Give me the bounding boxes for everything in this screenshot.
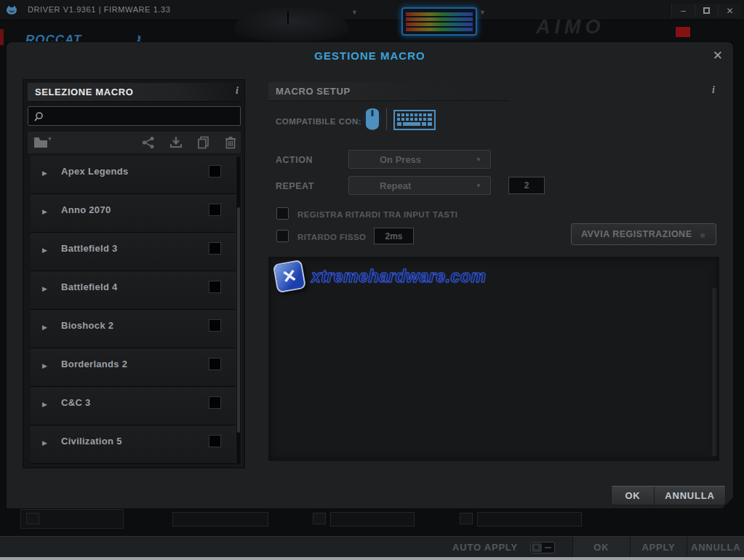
macro-list-item[interactable]: ▶ Anno 2070	[31, 194, 236, 233]
macro-list: ▶ Apex Legends ▶ Anno 2070 ▶ Battlefield…	[31, 156, 236, 465]
mouse-dropdown-icon[interactable]: ▼	[351, 9, 358, 16]
expander-icon[interactable]: ▶	[42, 362, 47, 369]
expander-icon[interactable]: ▶	[42, 439, 47, 447]
macro-item-label: C&C 3	[61, 397, 91, 408]
macro-item-checkbox[interactable]	[209, 242, 221, 255]
macro-item-checkbox[interactable]	[209, 204, 221, 216]
start-recording-button[interactable]: AVVIA REGISTRAZIONE ●	[571, 223, 716, 245]
macro-list-item[interactable]: ▶ Battlefield 4	[31, 271, 236, 310]
macro-item-checkbox[interactable]	[209, 165, 221, 177]
macro-selection-panel: SELEZIONE MACRO i +	[23, 79, 245, 468]
macro-item-checkbox[interactable]	[209, 358, 221, 370]
repeat-count-input[interactable]: 2	[508, 177, 545, 194]
repeat-dropdown[interactable]: Repeat ▼	[348, 176, 491, 195]
background-panel-icon	[460, 513, 473, 524]
macro-list-item[interactable]: ▶ Apex Legends	[31, 156, 236, 194]
delete-icon[interactable]	[225, 136, 236, 149]
close-icon: ✕	[726, 6, 733, 16]
macro-item-label: Apex Legends	[61, 166, 128, 177]
window-controls: – ✕	[671, 4, 741, 17]
bottom-apply-bar: AUTO APPLY OK APPLY ANNULLA	[0, 536, 744, 557]
toggle-dash	[545, 547, 551, 548]
duplicate-icon[interactable]	[197, 136, 210, 149]
ok-button[interactable]: OK	[572, 537, 630, 558]
close-window-button[interactable]: ✕	[718, 4, 741, 17]
macro-list-item[interactable]: ▶ Battlefield 3	[31, 233, 236, 271]
macro-setup-panel: MACRO SETUP i COMPATIBILE CON: ACTION	[261, 79, 729, 468]
apply-button[interactable]: APPLY	[630, 537, 687, 558]
macro-item-checkbox[interactable]	[209, 281, 221, 293]
macro-list-scrollbar[interactable]	[236, 156, 241, 465]
macro-item-label: Bioshock 2	[61, 320, 113, 331]
left-edge-accent	[0, 29, 4, 45]
dialog-ok-button[interactable]: OK	[612, 487, 654, 505]
expander-icon[interactable]: ▶	[42, 285, 47, 292]
macro-item-label: Anno 2070	[61, 204, 111, 215]
macro-item-checkbox[interactable]	[209, 435, 221, 447]
background-panel	[172, 512, 268, 527]
minimize-button[interactable]: –	[671, 4, 695, 17]
import-icon[interactable]	[169, 136, 183, 149]
background-panel	[477, 512, 582, 527]
start-recording-label: AVVIA REGISTRAZIONE	[581, 229, 692, 239]
macro-list-item[interactable]: ▶ Bioshock 2	[31, 310, 236, 348]
scrollbar-thumb[interactable]	[237, 207, 240, 433]
macro-management-dialog: GESTIONE MACRO ✕ SELEZIONE MACRO i +	[6, 41, 734, 509]
share-icon[interactable]	[142, 136, 155, 149]
compatible-with-label: COMPATIBILE CON:	[276, 117, 361, 126]
expander-icon[interactable]: ▶	[42, 247, 47, 254]
repeat-label: REPEAT	[276, 181, 314, 191]
info-icon[interactable]: i	[712, 84, 715, 96]
titlebar: DRIVER V1.9361 | FIRMWARE 1.33 – ✕	[0, 0, 744, 20]
macro-selection-header: SELEZIONE MACRO	[28, 83, 242, 102]
macro-editor-area[interactable]: ✕ xtremehardware.com	[268, 257, 719, 461]
watermark-logo-icon: ✕	[273, 260, 306, 293]
macro-list-item[interactable]: ▶ Borderlands 2	[31, 348, 236, 387]
watermark-text: xtremehardware.com	[311, 267, 486, 287]
dialog-title: GESTIONE MACRO	[7, 42, 733, 68]
dialog-close-button[interactable]: ✕	[713, 48, 723, 63]
fixed-delay-input[interactable]: 2ms	[374, 228, 414, 244]
notification-badge	[676, 27, 690, 37]
record-delays-checkbox[interactable]	[276, 207, 289, 220]
macro-item-checkbox[interactable]	[209, 319, 221, 332]
macro-item-checkbox[interactable]	[209, 396, 221, 409]
info-icon[interactable]: i	[236, 85, 239, 97]
new-folder-icon[interactable]: +	[33, 136, 51, 149]
record-delays-label: REGISTRA RITARDI TRA INPUT TASTI	[297, 210, 457, 219]
expander-icon[interactable]: ▶	[42, 401, 47, 408]
editor-scrollbar[interactable]	[713, 288, 716, 456]
roccat-logo-icon	[4, 2, 20, 18]
minimize-icon: –	[681, 6, 686, 16]
expander-icon[interactable]: ▶	[42, 169, 47, 177]
expander-icon[interactable]: ▶	[42, 208, 47, 215]
auto-apply-toggle[interactable]	[530, 542, 555, 553]
keyboard-dropdown-icon[interactable]: ▼	[479, 9, 486, 16]
cancel-button[interactable]: ANNULLA	[687, 537, 744, 558]
watermark: ✕ xtremehardware.com	[275, 262, 486, 291]
record-dot-icon: ●	[700, 229, 707, 240]
macro-list-item[interactable]: ▶ Civilization 5	[31, 425, 236, 464]
macro-search-input[interactable]	[49, 108, 236, 124]
aimo-logo-text: AIMO	[536, 16, 605, 39]
fixed-delay-label: RITARDO FISSO	[297, 233, 366, 241]
keyboard-compat-icon	[393, 110, 436, 130]
expander-icon[interactable]: ▶	[42, 324, 47, 331]
macro-list-item[interactable]: ▶ C&C 3	[31, 387, 236, 425]
svg-text:+: +	[48, 136, 51, 143]
keyboard-device-image[interactable]	[401, 7, 477, 36]
auto-apply-label: AUTO APPLY	[452, 542, 518, 553]
maximize-icon	[703, 7, 710, 14]
action-dropdown[interactable]: On Press ▼	[348, 150, 491, 169]
dropdown-arrow-icon: ▼	[476, 183, 481, 189]
macro-item-label: Borderlands 2	[61, 359, 127, 369]
mouse-device-image[interactable]	[234, 8, 349, 41]
macro-item-label: Battlefield 4	[61, 281, 118, 292]
dialog-footer: OK ANNULLA	[611, 486, 726, 505]
action-label: ACTION	[276, 155, 313, 165]
device-header	[0, 20, 744, 42]
maximize-button[interactable]	[695, 4, 718, 17]
macro-item-label: Battlefield 3	[61, 243, 118, 254]
fixed-delay-checkbox[interactable]	[276, 230, 289, 242]
dialog-cancel-button[interactable]: ANNULLA	[654, 487, 725, 505]
